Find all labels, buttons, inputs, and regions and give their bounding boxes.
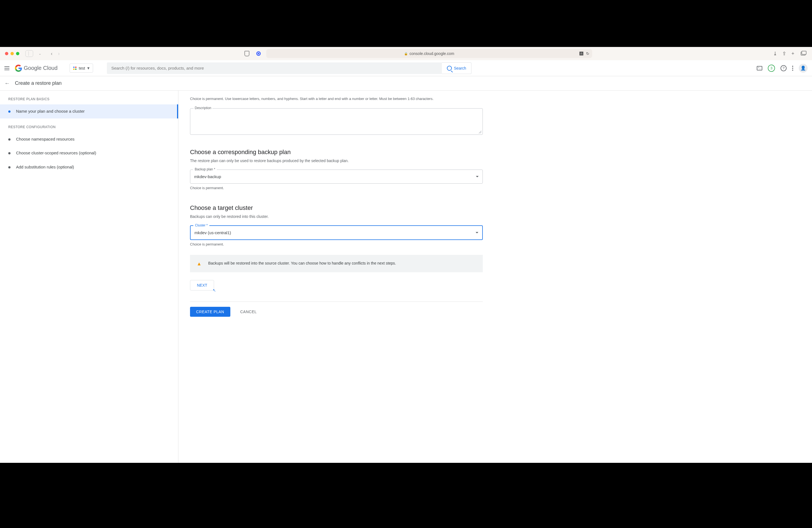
sidebar: RESTORE PLAN BASICS Name your plan and c…: [0, 91, 178, 463]
letterbox-bottom: [0, 463, 812, 490]
translate-icon[interactable]: 🅰: [579, 52, 583, 56]
form-area: Choice is permanent. Use lowercase lette…: [178, 91, 812, 463]
gcp-logo-text: Google Cloud: [24, 65, 57, 71]
cursor-pointer-icon: ↖: [213, 288, 216, 292]
project-name: test: [79, 66, 85, 70]
cloud-shell-icon[interactable]: [757, 66, 762, 70]
forward-button[interactable]: ›: [56, 51, 62, 57]
more-options-icon[interactable]: [792, 66, 793, 71]
description-field-wrap: Description: [190, 108, 483, 135]
navigation-menu-button[interactable]: [4, 66, 10, 70]
cluster-helper: Choice is permanent.: [190, 241, 483, 247]
sidebar-step-name-cluster[interactable]: Name your plan and choose a cluster: [0, 104, 178, 118]
search-icon: [447, 66, 452, 71]
step-label: Name your plan and choose a cluster: [16, 108, 85, 115]
backup-plan-helper: Choice is permanent.: [190, 185, 483, 191]
notification-badge[interactable]: 3: [768, 64, 775, 72]
step-bullet-icon: [8, 152, 11, 155]
backup-plan-label: Backup plan *: [193, 167, 217, 171]
sidebar-section-basics: RESTORE PLAN BASICS: [0, 91, 178, 104]
tabs-overview-icon[interactable]: [799, 50, 807, 57]
search-button-label: Search: [454, 66, 466, 70]
google-cloud-logo-icon: [15, 64, 22, 72]
gcp-header: Google Cloud test ▾ Search 3 ? 👤: [0, 60, 812, 76]
backup-plan-heading: Choose a corresponding backup plan: [190, 149, 483, 156]
project-dots-icon: [73, 67, 76, 70]
warning-text: Backups will be restored into the source…: [208, 260, 396, 267]
cluster-select[interactable]: Cluster * mkdev (us-central1): [190, 225, 483, 240]
step-label: Choose cluster-scoped resources (optiona…: [16, 150, 96, 156]
backup-plan-value: mkdev-backup: [194, 174, 221, 179]
description-label: Description: [193, 106, 213, 110]
close-window-button[interactable]: [5, 52, 8, 55]
next-button-label: NEXT: [197, 283, 207, 288]
description-input[interactable]: [190, 108, 482, 133]
reload-icon[interactable]: ↻: [586, 52, 590, 56]
back-button[interactable]: ‹: [48, 51, 55, 57]
subheader: ← Create a restore plan: [0, 76, 812, 91]
resize-handle-icon[interactable]: [479, 131, 481, 133]
window-controls: [5, 52, 19, 55]
url-text: console.cloud.google.com: [410, 52, 454, 56]
url-bar[interactable]: 🔒 console.cloud.google.com 🅰 ↻: [266, 49, 592, 58]
warning-box: ▲ Backups will be restored into the sour…: [190, 255, 483, 272]
step-bullet-icon: [8, 166, 11, 168]
privacy-shield-icon[interactable]: [243, 50, 251, 57]
letterbox-top: [0, 0, 812, 47]
next-button[interactable]: NEXT ↖: [190, 280, 214, 291]
browser-chrome: ⌄ ‹ › 🔒 console.cloud.google.com 🅰 ↻ ⤓ ⇪…: [0, 47, 812, 60]
new-tab-icon[interactable]: +: [791, 51, 794, 57]
header-right-actions: 3 ? 👤: [757, 64, 808, 73]
project-selector[interactable]: test ▾: [70, 63, 93, 73]
minimize-window-button[interactable]: [11, 52, 14, 55]
step-label: Add substitution rules (optional): [16, 164, 74, 171]
back-arrow-button[interactable]: ←: [4, 80, 10, 86]
cancel-button[interactable]: CANCEL: [240, 307, 257, 317]
bottom-action-bar: CREATE PLAN CANCEL: [190, 302, 483, 322]
target-cluster-desc: Backups can only be restored into this c…: [190, 214, 483, 219]
gcp-logo[interactable]: Google Cloud: [15, 64, 57, 72]
name-helper-text: Choice is permanent. Use lowercase lette…: [190, 96, 483, 102]
sidebar-step-substitution[interactable]: Add substitution rules (optional): [0, 160, 178, 174]
dropdown-arrow-icon: [476, 176, 479, 177]
share-icon[interactable]: ⇪: [782, 50, 786, 57]
step-bullet-active-icon: [8, 111, 11, 113]
sidebar-step-cluster-scoped[interactable]: Choose cluster-scoped resources (optiona…: [0, 146, 178, 160]
lock-icon: 🔒: [404, 52, 408, 56]
page-title: Create a restore plan: [15, 80, 62, 86]
avatar[interactable]: 👤: [799, 64, 808, 73]
maximize-window-button[interactable]: [16, 52, 19, 55]
cluster-label: Cluster *: [193, 223, 209, 227]
downloads-icon[interactable]: ⤓: [773, 50, 777, 57]
sidebar-section-config: RESTORE CONFIGURATION: [0, 118, 178, 132]
create-plan-button[interactable]: CREATE PLAN: [190, 307, 230, 317]
search-container: Search: [107, 62, 472, 74]
cluster-value: mkdev (us-central1): [194, 230, 231, 235]
sidebar-toggle-button[interactable]: [25, 50, 33, 57]
step-bullet-icon: [8, 138, 11, 141]
step-label: Choose namespaced resources: [16, 136, 75, 143]
dropdown-arrow-icon: [476, 232, 478, 233]
target-cluster-heading: Choose a target cluster: [190, 204, 483, 211]
search-input[interactable]: [111, 66, 437, 70]
backup-plan-desc: The restore plan can only be used to res…: [190, 159, 483, 163]
search-input-wrap: [107, 62, 442, 74]
chevron-down-icon: ▾: [87, 65, 89, 71]
help-icon[interactable]: ?: [781, 65, 787, 71]
sidebar-step-namespaced[interactable]: Choose namespaced resources: [0, 132, 178, 146]
search-button[interactable]: Search: [442, 62, 472, 74]
backup-plan-select[interactable]: Backup plan * mkdev-backup: [190, 170, 483, 184]
tab-group-dropdown[interactable]: ⌄: [36, 50, 44, 57]
warning-icon: ▲: [197, 261, 202, 267]
main-content: RESTORE PLAN BASICS Name your plan and c…: [0, 91, 812, 463]
tracker-badge-icon[interactable]: [255, 50, 262, 57]
